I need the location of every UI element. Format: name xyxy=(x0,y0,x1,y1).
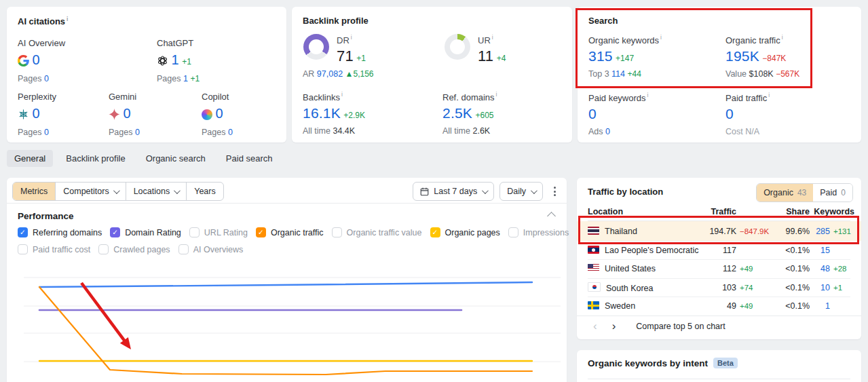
performance-panel: Metrics Competitors Locations Years Last… xyxy=(7,178,567,382)
compare-top5-link[interactable]: Compare top 5 on chart xyxy=(636,322,725,331)
checkbox-label: Paid traffic cost xyxy=(33,245,90,254)
checkbox-organic-traffic[interactable]: Organic traffic xyxy=(256,227,324,237)
location-name: Lao People's Democratic Rep xyxy=(605,246,701,255)
keywords-value[interactable]: 1 xyxy=(810,301,830,311)
collapse-section-button[interactable] xyxy=(547,212,556,221)
traffic-value: 117 xyxy=(701,246,736,255)
chevron-down-icon xyxy=(174,187,181,194)
info-icon[interactable] xyxy=(659,34,662,46)
top3-label: Top 3 xyxy=(588,69,609,79)
pages-value[interactable]: 0 xyxy=(44,74,49,83)
backlinks-value[interactable]: 16.1K xyxy=(303,105,341,121)
pages-value[interactable]: 0 xyxy=(135,128,140,137)
location-name: United States xyxy=(605,264,656,273)
traffic-value: 103 xyxy=(701,283,736,292)
keywords-value[interactable]: 48 xyxy=(810,264,830,273)
ai-item-label: Gemini xyxy=(109,92,140,102)
info-icon[interactable] xyxy=(340,91,343,103)
tab-backlink-profile[interactable]: Backlink profile xyxy=(58,150,132,167)
dr-donut xyxy=(303,34,329,60)
checkbox-label: Impressions xyxy=(523,228,569,237)
toggle-paid[interactable]: Paid0 xyxy=(813,184,852,202)
checkbox-url-rating[interactable]: URL Rating xyxy=(189,227,248,237)
checkbox-ai-overviews[interactable]: AI Overviews xyxy=(178,244,244,254)
dr-label: DR xyxy=(337,35,350,45)
toggle-paid-label: Paid xyxy=(820,188,837,197)
table-row-united-states[interactable]: United States 112 +49 <0.1% 48 +28 xyxy=(577,259,861,278)
table-row-sweden[interactable]: Sweden 49 +49 <0.1% 1 xyxy=(577,297,861,316)
info-icon[interactable] xyxy=(350,34,352,46)
ai-item-gemini: Gemini 0 Pages 0 xyxy=(109,92,140,137)
performance-chart[interactable] xyxy=(7,258,567,382)
keywords-value[interactable]: 10 xyxy=(810,283,830,292)
calendar-icon xyxy=(420,187,429,196)
previous-page-icon[interactable] xyxy=(593,320,597,332)
south-korea-flag-icon xyxy=(588,282,601,292)
info-icon[interactable] xyxy=(780,34,783,46)
value-amount: $108K xyxy=(749,69,774,79)
checkbox-organic-pages[interactable]: Organic pages xyxy=(430,227,500,237)
ref-domains-value[interactable]: 2.5K xyxy=(442,105,472,121)
checkbox-domain-rating[interactable]: Domain Rating xyxy=(110,227,181,237)
tab-paid-search[interactable]: Paid search xyxy=(219,150,280,167)
ai-item-value[interactable]: 0 xyxy=(32,52,39,67)
years-segment[interactable]: Years xyxy=(187,183,223,200)
paid-keywords-value[interactable]: 0 xyxy=(588,106,597,121)
toggle-organic[interactable]: Organic43 xyxy=(757,184,813,202)
column-traffic[interactable]: Traffic xyxy=(701,207,736,216)
info-icon[interactable] xyxy=(646,92,649,104)
ai-item-value[interactable]: 0 xyxy=(123,106,130,121)
keywords-value[interactable]: 285 xyxy=(810,227,830,236)
backlink-profile-card: Backlink profile DR 71 +1 AR 97,082 ▲5,1… xyxy=(292,7,572,142)
ur-label: UR xyxy=(478,35,491,45)
organic-keywords-block: Organic keywords 315 +147 Top 3 114 +44 xyxy=(588,34,662,79)
column-share[interactable]: Share xyxy=(776,207,810,216)
table-row-laos[interactable]: Lao People's Democratic Rep 117 <0.1% 15 xyxy=(577,241,861,259)
performance-section-title: Performance xyxy=(18,211,74,221)
ai-item-value[interactable]: 0 xyxy=(215,106,223,121)
checkbox-icon xyxy=(332,227,342,237)
checkbox-referring-domains[interactable]: Referring domains xyxy=(18,227,102,237)
tab-general[interactable]: General xyxy=(7,150,53,167)
date-range-button[interactable]: Last 7 days xyxy=(413,182,494,201)
backlinks-block: Backlinks 16.1K +2.9K All time 34.4K xyxy=(303,91,365,136)
google-icon xyxy=(18,55,29,66)
checkbox-paid-traffic-cost[interactable]: Paid traffic cost xyxy=(18,244,90,254)
table-row-thailand[interactable]: Thailand 194.7K −847.9K 99.6% 285 +131 xyxy=(577,221,861,241)
locations-dropdown[interactable]: Locations xyxy=(126,183,187,200)
ads-value[interactable]: 0 xyxy=(605,127,610,136)
more-options-button[interactable] xyxy=(548,183,561,200)
competitors-dropdown[interactable]: Competitors xyxy=(56,183,126,200)
checkbox-label: AI Overviews xyxy=(193,245,244,254)
organic-keywords-value[interactable]: 315 xyxy=(588,48,613,64)
info-icon[interactable] xyxy=(495,91,497,103)
ai-item-value[interactable]: 0 xyxy=(32,106,39,121)
table-row-south-korea[interactable]: South Korea 103 +74 <0.1% 10 +1 xyxy=(577,278,861,297)
location-name: Thailand xyxy=(605,227,637,236)
checkbox-impressions[interactable]: Impressions xyxy=(508,227,569,237)
paid-traffic-value[interactable]: 0 xyxy=(725,106,734,121)
value-delta: −567K xyxy=(776,69,799,79)
toggle-organic-count: 43 xyxy=(797,188,806,197)
pages-value[interactable]: 0 xyxy=(44,128,49,137)
checkbox-crawled-pages[interactable]: Crawled pages xyxy=(98,244,170,254)
pages-value[interactable]: 0 xyxy=(228,128,233,137)
organic-traffic-value[interactable]: 195K xyxy=(725,48,759,64)
checkbox-organic-traffic-value[interactable]: Organic traffic value xyxy=(332,227,422,237)
metrics-segment[interactable]: Metrics xyxy=(13,183,56,200)
info-icon[interactable] xyxy=(65,16,68,26)
ar-value[interactable]: 97,082 xyxy=(317,69,343,79)
info-icon[interactable] xyxy=(767,92,770,104)
column-location[interactable]: Location xyxy=(588,207,701,216)
backlinks-delta: +2.9K xyxy=(343,111,365,120)
ai-item-value[interactable]: 1 xyxy=(171,52,178,67)
tab-organic-search[interactable]: Organic search xyxy=(138,150,213,167)
keywords-value[interactable]: 15 xyxy=(810,246,830,255)
top3-value[interactable]: 114 xyxy=(611,69,625,79)
info-icon[interactable] xyxy=(491,34,493,46)
pages-value[interactable]: 1 xyxy=(183,74,188,83)
column-keywords[interactable]: Keywords xyxy=(810,207,854,216)
granularity-button[interactable]: Daily xyxy=(499,182,543,201)
years-label: Years xyxy=(194,187,216,196)
next-page-icon[interactable] xyxy=(612,320,616,332)
